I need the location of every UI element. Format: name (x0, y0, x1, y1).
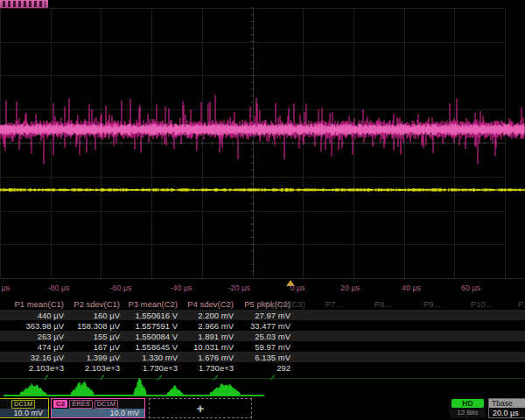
measure-value-max: 474 µV (10, 342, 64, 353)
channel-c2-descriptor[interactable]: C2 ERES DC1M 10.0 mV (51, 398, 145, 418)
measure-value-mean: 33.477 mV (233, 321, 290, 332)
measure-value-value: 27.97 mV (233, 311, 290, 321)
measure-column-header[interactable]: P3 mean(C2) (121, 299, 178, 310)
c2-coupling-badge: DC1M (94, 400, 118, 409)
add-trace-box[interactable]: + (149, 398, 252, 418)
measure-value-sdev: 1.676 mV (177, 353, 234, 363)
measurement-histicons (0, 378, 525, 399)
measure-value-value: 1.550616 V (121, 311, 178, 321)
measure-value-sdev: 6.135 mV (233, 353, 290, 363)
trace-indicator-badge (0, 0, 48, 8)
measure-value-sdev: 32.16 µV (10, 353, 64, 363)
measure-column-header-inactive[interactable]: P8... (374, 299, 392, 310)
measure-column-header-inactive[interactable]: P6 pkpk(C3) (259, 299, 305, 310)
measure-value-mean: 1.557591 V (121, 321, 178, 332)
timebase-scale: 20.0 µs (489, 409, 525, 417)
descriptor-bar: DC1M 10.0 mV C2 ERES DC1M 10.0 mV + HD 1… (0, 398, 525, 420)
time-axis-label: 20 µs (340, 284, 360, 292)
measure-value-value: 160 µV (65, 311, 120, 321)
measure-value-max: 10.031 mV (177, 342, 234, 353)
timebase-title: Tbase (489, 399, 525, 408)
time-axis: -100 µs-80 µs-60 µs-40 µs-20 µs0 µs20 µs… (0, 278, 525, 299)
measure-value-min: 25.03 mV (233, 332, 290, 342)
add-trace-plus-icon: + (150, 399, 251, 417)
time-axis-label: 40 µs (402, 284, 421, 292)
oscilloscope-screen: -100 µs-80 µs-60 µs-40 µs-20 µs0 µs20 µs… (0, 0, 525, 420)
measure-value-mean: 158.308 µV (65, 321, 120, 332)
measure-column-header-inactive[interactable]: P7... (326, 299, 343, 310)
waveform-canvas (0, 0, 525, 278)
measure-column-header[interactable]: P1 mean(C1) (10, 299, 64, 310)
hd-badge: HD (452, 399, 484, 408)
time-axis-label: 0 µs (290, 284, 304, 292)
time-axis-label: -20 µs (228, 284, 249, 292)
measure-column-header[interactable]: P4 sdev(C2) (177, 299, 234, 310)
measure-value-min: 1.550084 V (121, 332, 178, 342)
hd-mode-indicator[interactable]: HD 12 Bits (450, 398, 486, 418)
measure-value-max: 1.558645 V (121, 342, 178, 353)
time-axis-label: 60 µs (461, 284, 480, 292)
measure-value-min: 1.891 mV (177, 332, 234, 342)
measure-value-max: 59.97 mV (233, 342, 290, 353)
measure-column-header[interactable]: P2 sdev(C1) (65, 299, 120, 310)
time-axis-label: -60 µs (109, 284, 131, 292)
measure-value-sdev: 1.330 mV (121, 353, 178, 363)
c2-vertical-scale: 10.0 mV (52, 409, 144, 417)
timebase-descriptor[interactable]: Tbase 20.0 µs (488, 398, 525, 418)
measure-value-value: 2.200 mV (177, 311, 234, 321)
c2-eres-badge: ERES (69, 400, 92, 409)
hd-bits-label: 12 Bits (450, 409, 486, 416)
measure-table: P1 mean(C1)440 µV363.98 µV263 µV474 µV32… (0, 298, 525, 382)
measure-column-header-inactive[interactable]: P10... (471, 299, 493, 310)
plot-area[interactable] (0, 0, 525, 278)
measure-column-header-inactive[interactable]: P11 (518, 299, 525, 310)
time-axis-label: -80 µs (47, 284, 69, 292)
measure-value-min: 263 µV (10, 332, 64, 342)
time-axis-label: -40 µs (170, 284, 192, 292)
measure-value-mean: 2.966 mV (177, 321, 234, 332)
c1-coupling-badge: DC1M (11, 400, 35, 409)
measure-value-value: 440 µV (10, 311, 64, 321)
time-axis-label: -100 µs (0, 284, 10, 292)
measure-value-min: 155 µV (65, 332, 120, 342)
channel-c1-descriptor[interactable]: DC1M 10.0 mV (0, 398, 49, 418)
measure-column-header-inactive[interactable]: P9... (424, 299, 441, 310)
measure-value-max: 167 µV (65, 342, 120, 353)
c1-vertical-scale: 10.0 mV (0, 409, 48, 417)
measure-value-mean: 363.98 µV (10, 321, 64, 332)
measure-value-sdev: 1.399 µV (65, 353, 120, 363)
c2-channel-label: C2 (53, 400, 67, 408)
